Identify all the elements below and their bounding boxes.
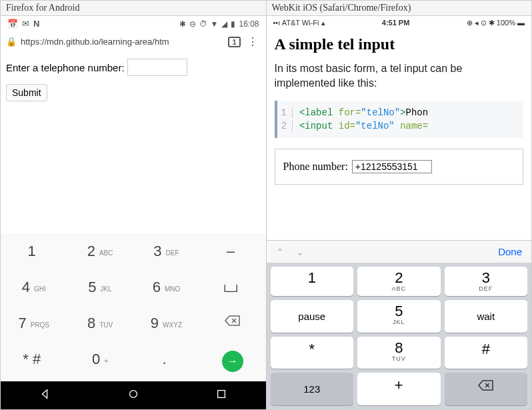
nav-recent-icon[interactable] bbox=[215, 388, 227, 403]
key-1[interactable]: 1 bbox=[1, 233, 67, 269]
key-0[interactable]: 0+ bbox=[67, 341, 133, 381]
ios-page-body: A simple tel input In its most basic for… bbox=[267, 30, 532, 190]
key-7[interactable]: 7PRQS bbox=[1, 305, 67, 341]
page-heading: A simple tel input bbox=[275, 35, 524, 53]
next-field-icon[interactable]: ⌄ bbox=[296, 247, 304, 257]
key-6[interactable]: 6MNO bbox=[133, 269, 199, 305]
dnd-icon: ⊖ bbox=[189, 19, 196, 29]
key-2[interactable]: 2ABC bbox=[357, 267, 441, 296]
key-2[interactable]: 2ABC bbox=[67, 233, 133, 269]
android-page-body: Enter a telephone number: Submit bbox=[1, 52, 266, 149]
battery-icon: ▮ bbox=[231, 19, 235, 29]
tab-count[interactable]: 1 bbox=[228, 37, 240, 47]
nav-home-icon[interactable] bbox=[127, 388, 139, 403]
android-url-bar[interactable]: 🔒 https://mdn.github.io/learning-area/ht… bbox=[1, 31, 266, 52]
clock-time: 16:08 bbox=[239, 19, 259, 29]
key-9[interactable]: 9WXYZ bbox=[133, 305, 199, 341]
key-123[interactable]: 123 bbox=[271, 373, 354, 405]
svg-point-0 bbox=[129, 391, 137, 398]
key-plus[interactable]: + bbox=[357, 373, 441, 405]
line-number: 1 bbox=[281, 107, 293, 118]
ios-keypad: 1 2ABC 3DEF pause 5JKL wait * 8TUV # 123… bbox=[267, 263, 532, 409]
bluetooth-icon: ✱ bbox=[179, 19, 186, 29]
key-dot[interactable]: . bbox=[133, 341, 199, 381]
tel-label: Enter a telephone number: bbox=[6, 62, 125, 73]
code-line: <label for="telNo">Phon bbox=[299, 107, 428, 118]
ios-form: Phone number: bbox=[275, 149, 524, 185]
battery-status: ⊕ ◂ ⊙ ✱ 100% ▬ bbox=[467, 19, 525, 27]
key-star[interactable]: * bbox=[271, 337, 354, 369]
prev-field-icon[interactable]: ⌃ bbox=[276, 247, 284, 257]
ios-title: WebKit iOS (Safari/Chrome/Firefox) bbox=[267, 1, 532, 16]
android-title: Firefox for Android bbox=[1, 1, 266, 16]
ios-status-bar: ••ı AT&T Wi-Fi ▴ 4:51 PM ⊕ ◂ ⊙ ✱ 100% ▬ bbox=[267, 16, 532, 30]
n-icon: N bbox=[33, 19, 39, 29]
key-wait[interactable]: wait bbox=[445, 300, 528, 333]
mail-icon: ✉ bbox=[22, 19, 29, 29]
android-keypad: 1 2ABC 3DEF – 4GHI 5JKL 6MNO ⌴ 7PRQS 8TU… bbox=[1, 233, 266, 381]
page-paragraph: In its most basic form, a tel input can … bbox=[275, 61, 524, 91]
signal-icon: ◢ bbox=[221, 19, 227, 29]
tel-input[interactable] bbox=[352, 160, 432, 173]
alarm-icon: ⏱ bbox=[199, 19, 207, 29]
key-backspace[interactable] bbox=[445, 373, 528, 405]
key-8[interactable]: 8TUV bbox=[357, 337, 441, 369]
wifi-icon: ▼ bbox=[211, 19, 219, 29]
code-block: 1 <label for="telNo">Phon 2 <input id="t… bbox=[275, 101, 524, 138]
menu-icon[interactable]: ⋮ bbox=[245, 35, 261, 48]
code-line: <input id="telNo" name= bbox=[299, 121, 428, 131]
key-pause[interactable]: pause bbox=[271, 300, 354, 333]
submit-button[interactable]: Submit bbox=[6, 84, 47, 101]
clock-time: 4:51 PM bbox=[382, 19, 410, 27]
key-hash[interactable]: # bbox=[445, 337, 528, 369]
ios-pane: WebKit iOS (Safari/Chrome/Firefox) ••ı A… bbox=[267, 1, 532, 409]
key-space[interactable]: ⌴ bbox=[199, 269, 265, 305]
url-text: https://mdn.github.io/learning-area/htm bbox=[21, 37, 224, 47]
tel-input[interactable] bbox=[127, 59, 187, 76]
tel-label: Phone number: bbox=[283, 161, 348, 173]
key-star-hash[interactable]: * # bbox=[1, 341, 67, 381]
android-nav-bar bbox=[1, 381, 266, 409]
done-button[interactable]: Done bbox=[498, 246, 522, 257]
key-3[interactable]: 3DEF bbox=[133, 233, 199, 269]
nav-back-icon[interactable] bbox=[39, 388, 51, 403]
key-1[interactable]: 1 bbox=[271, 267, 354, 296]
key-backspace[interactable] bbox=[199, 305, 265, 341]
ios-keyboard-accessory: ⌃ ⌄ Done bbox=[267, 240, 532, 263]
key-8[interactable]: 8TUV bbox=[67, 305, 133, 341]
key-3[interactable]: 3DEF bbox=[445, 267, 528, 296]
svg-rect-1 bbox=[218, 391, 225, 398]
carrier-text: ••ı AT&T Wi-Fi ▴ bbox=[273, 19, 325, 27]
android-pane: Firefox for Android 📅 ✉ N ✱ ⊖ ⏱ ▼ ◢ ▮ 16… bbox=[1, 1, 267, 409]
android-status-bar: 📅 ✉ N ✱ ⊖ ⏱ ▼ ◢ ▮ 16:08 bbox=[1, 16, 266, 31]
key-dash[interactable]: – bbox=[199, 233, 265, 269]
key-4[interactable]: 4GHI bbox=[1, 269, 67, 305]
line-number: 2 bbox=[281, 121, 293, 131]
lock-icon: 🔒 bbox=[6, 37, 17, 47]
key-5[interactable]: 5JKL bbox=[67, 269, 133, 305]
key-go[interactable]: → bbox=[199, 341, 265, 381]
key-5[interactable]: 5JKL bbox=[357, 300, 441, 333]
calendar-icon: 📅 bbox=[7, 19, 18, 29]
